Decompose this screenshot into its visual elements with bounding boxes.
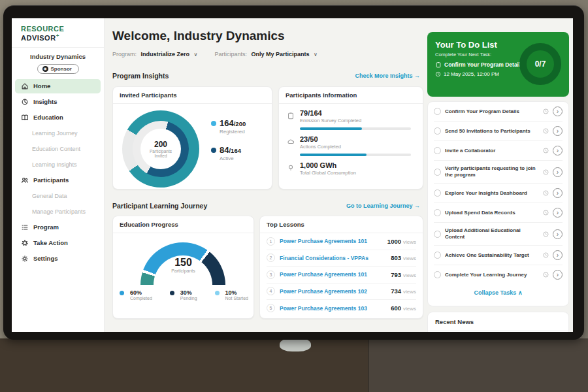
program-value: Industrialize Zero xyxy=(141,51,190,57)
recent-news-card: Recent News xyxy=(427,312,569,332)
task-checkbox[interactable] xyxy=(434,189,441,197)
chevron-right-button[interactable]: › xyxy=(553,106,563,116)
task-row[interactable]: Invite a Collaborator › xyxy=(434,141,563,161)
task-row[interactable]: Complete Your Learning Journey › xyxy=(434,265,563,284)
legend-label: Not Started xyxy=(225,296,248,301)
views-suffix: views xyxy=(403,239,416,245)
task-checkbox[interactable] xyxy=(434,252,441,259)
go-to-learning-journey-link[interactable]: Go to Learning Journey → xyxy=(346,203,420,209)
top-lessons-card: Top Lessons 1 Power Purchase Agreements … xyxy=(259,216,423,319)
legend-value: 10% xyxy=(225,289,248,296)
todo-progress-ring: 0/7 xyxy=(519,43,561,85)
task-checkbox[interactable] xyxy=(434,209,441,216)
sidebar-item-label: Learning Journey xyxy=(32,130,78,137)
check-more-insights-link[interactable]: Check More Insights → xyxy=(355,73,420,79)
lesson-row: 5 Power Purchase Agreements 103 600views xyxy=(267,300,416,317)
sidebar-item-education[interactable]: Education xyxy=(15,110,101,125)
task-label: Upload Additional Educational Content xyxy=(445,227,539,240)
invited-participants-donut: 200 Participants Invited xyxy=(122,110,199,188)
task-row[interactable]: Explore Your Insights Dashboard › xyxy=(434,184,563,203)
task-label: Invite a Collaborator xyxy=(445,148,539,154)
sidebar-item-program[interactable]: Program xyxy=(15,220,101,235)
task-label: Complete Your Learning Journey xyxy=(445,272,539,278)
lesson-views: 803 xyxy=(391,254,401,261)
task-row[interactable]: Upload Additional Educational Content › xyxy=(434,223,563,246)
section-title: Participant Learning Journey xyxy=(112,202,207,210)
clock-icon xyxy=(543,272,549,278)
card-title: Participants Information xyxy=(279,87,423,104)
chevron-right-button[interactable]: › xyxy=(553,188,563,198)
task-label: Explore Your Insights Dashboard xyxy=(445,190,539,197)
task-checkbox[interactable] xyxy=(434,108,441,115)
task-checkbox[interactable] xyxy=(434,231,441,238)
sidebar-item-take-action[interactable]: Take Action xyxy=(15,236,101,250)
education-legend: 60% Completed 30% Pending 10% Not Starte… xyxy=(120,289,248,301)
clipboard-icon xyxy=(287,112,295,120)
task-checkbox[interactable] xyxy=(434,169,441,176)
chevron-right-button[interactable]: › xyxy=(553,270,563,280)
task-label: Send 50 Invitations to Participants xyxy=(445,128,539,135)
donut-center-label: Participants Invited xyxy=(145,149,176,158)
legend-label: Completed xyxy=(130,296,152,301)
lightbulb-icon xyxy=(287,164,295,172)
task-row[interactable]: Achieve One Sustainability Target › xyxy=(434,246,563,265)
sidebar-item-label: Manage Participants xyxy=(32,208,86,215)
sidebar-item-settings[interactable]: Settings xyxy=(15,252,101,266)
lesson-link[interactable]: Power Purchase Agreements 101 xyxy=(280,271,386,278)
sidebar-item-general-data[interactable]: General Data xyxy=(15,189,101,203)
lesson-link[interactable]: Power Purchase Agreements 103 xyxy=(280,305,386,312)
sidebar-item-manage-participants[interactable]: Manage Participants xyxy=(15,204,101,219)
chevron-right-button[interactable]: › xyxy=(553,229,563,239)
chevron-right-button[interactable]: › xyxy=(553,208,563,218)
legend-value: 60% xyxy=(130,289,152,296)
legend-registered: 164/200 Registered xyxy=(211,118,246,135)
todo-next-task-label: Confirm Your Program Details xyxy=(444,61,523,68)
chevron-right-button[interactable]: › xyxy=(553,126,563,136)
clock-icon xyxy=(543,210,549,216)
chevron-right-button[interactable]: › xyxy=(553,250,563,260)
lesson-link[interactable]: Power Purchase Agreements 101 xyxy=(280,238,383,244)
sidebar-item-label: General Data xyxy=(32,193,67,199)
card-title: Education Progress xyxy=(113,216,253,233)
task-label: Verify participants requesting to join t… xyxy=(445,165,539,178)
task-row[interactable]: Upload Spend Data Records › xyxy=(434,203,563,223)
chevron-right-button[interactable]: › xyxy=(553,167,563,177)
participants-dropdown[interactable]: Participants: Only My Participants ∨ xyxy=(214,51,317,57)
chevron-right-button[interactable]: › xyxy=(553,146,563,155)
organization-name: Industry Dynamics xyxy=(12,53,104,60)
todo-panel: Your To Do List Complete Your Next Task:… xyxy=(427,18,569,332)
logo-plus: + xyxy=(56,33,59,39)
todo-progress-value: 0/7 xyxy=(535,59,546,69)
task-checkbox[interactable] xyxy=(434,147,441,154)
app-logo: RESOURCE ADVISOR+ xyxy=(12,18,104,48)
task-row[interactable]: Verify participants requesting to join t… xyxy=(434,161,563,184)
sidebar-item-learning-journey[interactable]: Learning Journey xyxy=(15,126,101,140)
lesson-rank: 5 xyxy=(267,304,275,312)
program-dropdown[interactable]: Program: Industrialize Zero ∨ xyxy=(112,51,197,57)
sidebar-item-label: Participants xyxy=(33,176,69,184)
sidebar-item-home[interactable]: Home xyxy=(15,79,101,93)
sidebar-item-learning-insights[interactable]: Learning Insights xyxy=(15,157,101,172)
info-row-actions: 23/50 Actions Completed xyxy=(279,130,423,150)
task-checkbox[interactable] xyxy=(434,271,441,278)
monitor-bezel: RESOURCE ADVISOR+ Industry Dynamics ◉ Sp… xyxy=(3,5,584,340)
lesson-link[interactable]: Power Purchase Agreements 102 xyxy=(280,288,386,295)
sponsor-badge[interactable]: ◉ Sponsor xyxy=(37,64,79,74)
legend-dot xyxy=(120,291,124,295)
recent-news-title: Recent News xyxy=(428,312,568,331)
participants-value: Only My Participants xyxy=(251,51,309,57)
legend-not-started: 10% Not Started xyxy=(215,289,248,301)
sidebar-item-participants[interactable]: Participants xyxy=(15,173,101,188)
clock-icon xyxy=(543,190,549,196)
task-row[interactable]: Send 50 Invitations to Participants › xyxy=(434,122,563,141)
lesson-rank: 1 xyxy=(267,237,275,246)
task-checkbox[interactable] xyxy=(434,127,441,135)
task-row[interactable]: Confirm Your Program Details › xyxy=(434,102,563,122)
sidebar-item-education-content[interactable]: Education Content xyxy=(15,142,101,156)
participants-information-card: Participants Information 79/164 Emission… xyxy=(278,86,423,189)
collapse-tasks-link[interactable]: Collapse Tasks ∧ xyxy=(434,284,563,296)
home-icon xyxy=(21,82,29,90)
sidebar-item-label: Education xyxy=(33,114,63,121)
lesson-link[interactable]: Financial Considerations - VPPAs xyxy=(280,255,386,261)
sidebar-item-insights[interactable]: Insights xyxy=(15,95,101,109)
